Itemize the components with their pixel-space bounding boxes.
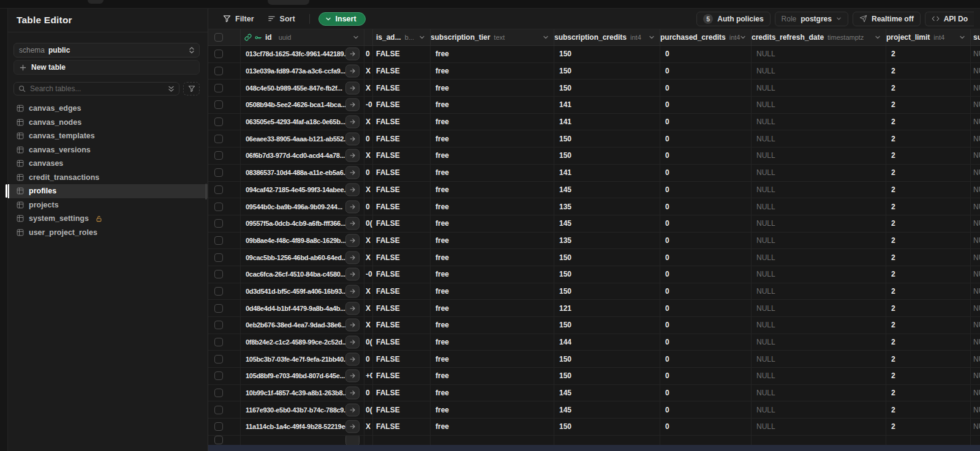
expand-row-button[interactable] (345, 319, 360, 332)
chevron-down-icon[interactable] (875, 34, 881, 40)
clipped-right-cell[interactable]: NULL (971, 300, 980, 316)
clipped-cell[interactable]: 0( (364, 334, 373, 351)
sidebar-table-item[interactable]: profiles (8, 184, 208, 198)
insert-button[interactable]: Insert (318, 12, 366, 26)
clipped-cell[interactable]: 0 (364, 46, 373, 62)
clipped-cell[interactable]: 0( (364, 215, 373, 232)
is-admin-cell[interactable]: FALSE (373, 97, 431, 113)
subscription-credits-cell[interactable]: 141 (554, 165, 660, 181)
chevron-down-icon[interactable] (353, 34, 359, 40)
clipped-right-cell[interactable]: NULL (971, 182, 980, 198)
credits-refresh-date-cell[interactable]: NULL (752, 233, 886, 249)
row-checkbox[interactable] (214, 117, 223, 126)
clipped-right-cell[interactable]: NULL (971, 401, 980, 418)
clipped-cell[interactable]: X (364, 147, 373, 164)
is-admin-cell[interactable]: FALSE (373, 317, 431, 334)
is-admin-cell[interactable]: FALSE (373, 63, 431, 80)
expand-row-button[interactable] (345, 200, 360, 213)
subscription-tier-cell[interactable]: free (431, 317, 554, 334)
clipped-cell[interactable]: X (364, 233, 373, 249)
clipped-right-cell[interactable]: NULL (971, 80, 980, 96)
subscription-tier-cell[interactable]: free (431, 300, 554, 316)
id-cell[interactable]: 048c4e50-b989-455e-847e-fb2f... (241, 80, 364, 96)
project-limit-cell[interactable]: 2 (886, 147, 971, 164)
row-checkbox[interactable] (214, 436, 223, 444)
sidebar-table-item[interactable]: projects (8, 198, 208, 212)
table-row[interactable]: 094caf42-7185-4e45-99f3-14abee... X FALS… (208, 182, 980, 199)
is-admin-cell[interactable]: FALSE (373, 266, 431, 283)
project-limit-cell[interactable]: 2 (886, 97, 971, 113)
credits-refresh-date-cell[interactable]: NULL (752, 283, 886, 300)
sidebar-table-item[interactable]: system_settings (8, 212, 208, 226)
clipped-right-cell[interactable]: NULL (971, 317, 980, 334)
is-admin-cell[interactable]: FALSE (373, 300, 431, 316)
row-checkbox[interactable] (214, 135, 223, 143)
purchased-credits-cell[interactable]: 0 (660, 147, 752, 164)
credits-refresh-date-cell[interactable]: NULL (752, 300, 886, 316)
clipped-right-cell[interactable]: NULL (971, 419, 980, 435)
expand-row-button[interactable] (345, 268, 360, 281)
subscription-credits-cell[interactable]: 150 (554, 351, 660, 367)
clipped-cell[interactable]: 0 (364, 198, 373, 215)
subscription-credits-cell[interactable]: 141 (554, 114, 660, 130)
expand-row-button[interactable] (345, 403, 360, 416)
subscription-tier-cell[interactable]: free (431, 334, 554, 351)
clipped-right-cell[interactable]: NULL (971, 334, 980, 351)
subscription-tier-cell[interactable]: free (431, 266, 554, 283)
clipped-right-cell[interactable]: NULL (971, 198, 980, 215)
row-checkbox[interactable] (214, 67, 223, 75)
chevron-down-icon[interactable] (543, 34, 549, 40)
purchased-credits-cell[interactable]: 0 (660, 114, 752, 130)
id-cell[interactable]: 08386537-10d4-488a-a11e-eb5a6... (241, 165, 364, 181)
is-admin-cell[interactable]: FALSE (373, 130, 431, 147)
id-cell[interactable]: 09544b0c-ba9b-496a-9b09-244... (241, 198, 364, 215)
expand-row-button[interactable] (345, 116, 360, 129)
project-limit-cell[interactable]: 2 (886, 419, 971, 435)
purchased-credits-cell[interactable]: 0 (660, 233, 752, 249)
schema-select[interactable]: schema public (13, 43, 200, 58)
credits-refresh-date-cell[interactable]: NULL (752, 182, 886, 198)
clipped-cell[interactable]: X (364, 419, 373, 435)
credits-refresh-date-cell[interactable]: NULL (752, 147, 886, 164)
id-cell[interactable]: 06f6b7d3-977d-4cd0-acd4-4a78... (241, 147, 364, 164)
clipped-right-cell[interactable]: NULL (971, 63, 980, 80)
clipped-cell[interactable]: -0 (364, 97, 373, 113)
row-checkbox[interactable] (214, 219, 223, 228)
purchased-credits-cell[interactable]: 0 (660, 63, 752, 80)
expand-row-button[interactable] (345, 48, 360, 61)
row-checkbox[interactable] (214, 100, 223, 109)
clipped-cell[interactable]: 0( (364, 401, 373, 418)
filter-button[interactable]: Filter (217, 12, 260, 26)
column-header-is-admin[interactable]: is_ad... b... (373, 29, 431, 45)
sidebar-table-item[interactable]: canvas_nodes (8, 116, 208, 130)
clipped-right-cell[interactable]: NULL (971, 249, 980, 266)
project-limit-cell[interactable]: 2 (886, 401, 971, 418)
row-checkbox[interactable] (214, 168, 223, 177)
subscription-tier-cell[interactable]: free (431, 368, 554, 384)
table-row[interactable]: 048c4e50-b989-455e-847e-fb2f... X FALSE (208, 80, 980, 97)
credits-refresh-date-cell[interactable]: NULL (752, 165, 886, 181)
row-checkbox[interactable] (214, 203, 223, 211)
purchased-credits-cell[interactable]: 0 (660, 385, 752, 401)
subscription-credits-cell[interactable]: 141 (554, 97, 660, 113)
purchased-credits-cell[interactable]: 0 (660, 215, 752, 232)
table-row[interactable]: 06f6b7d3-977d-4cd0-acd4-4a78... X FALSE (208, 147, 980, 165)
subscription-tier-cell[interactable]: free (431, 233, 554, 249)
table-row[interactable]: 013e039a-fd89-473a-a3c6-ccfa9... X FALSE (208, 63, 980, 80)
project-limit-cell[interactable]: 2 (886, 215, 971, 232)
expand-row-button[interactable] (345, 149, 360, 162)
purchased-credits-cell[interactable]: 0 (660, 419, 752, 435)
subscription-tier-cell[interactable]: free (431, 165, 554, 181)
auth-policies-button[interactable]: 5 Auth policies (696, 12, 770, 26)
column-header-id[interactable]: id uuid (241, 29, 364, 45)
row-checkbox[interactable] (214, 338, 223, 346)
select-all-checkbox[interactable] (214, 33, 223, 42)
project-limit-cell[interactable]: 2 (886, 317, 971, 334)
is-admin-cell[interactable]: FALSE (373, 46, 431, 62)
project-limit-cell[interactable]: 2 (886, 182, 971, 198)
row-checkbox[interactable] (214, 304, 223, 313)
project-limit-cell[interactable]: 2 (886, 165, 971, 181)
subscription-tier-cell[interactable]: free (431, 63, 554, 80)
id-cell[interactable]: 0d48e4d4-b1bf-4479-9a8b-4a4b... (241, 300, 364, 316)
subscription-tier-cell[interactable]: free (431, 114, 554, 130)
